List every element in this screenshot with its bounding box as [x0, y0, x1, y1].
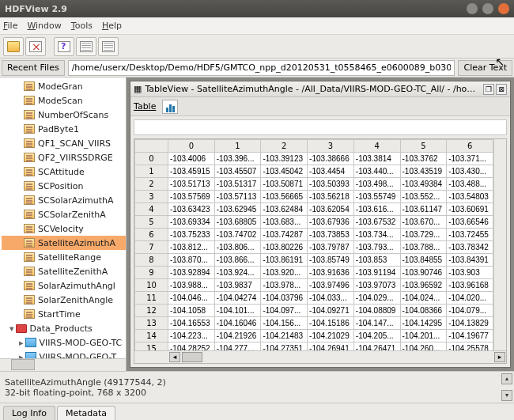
row-header[interactable]: 6 [135, 229, 168, 241]
scroll-thumb[interactable] [182, 352, 202, 362]
column-header[interactable]: 1 [214, 140, 261, 153]
data-cell[interactable]: -103.866... [214, 254, 261, 267]
open-file-button[interactable] [3, 37, 24, 56]
data-cell[interactable]: -103.62484 [261, 203, 308, 216]
status-scroll-down[interactable]: ▾ [501, 390, 512, 401]
data-cell[interactable]: -103.57113 [214, 191, 261, 203]
tab-metadata[interactable]: Metadata [57, 406, 115, 420]
help-button[interactable] [54, 37, 74, 56]
data-cell[interactable]: -103.440... [353, 165, 400, 178]
data-cell[interactable]: -103.3762 [400, 153, 447, 165]
column-header[interactable]: 4 [353, 140, 400, 153]
hdf4-button[interactable] [76, 37, 96, 56]
data-cell[interactable]: -104.029... [353, 292, 400, 305]
tableview-titlebar[interactable]: ▦ TableView - SatelliteAzimuthAngle - /A… [130, 81, 510, 97]
tree-dataset-item[interactable]: PadByte1 [2, 122, 126, 136]
tree-dataset-item[interactable]: SCVelocity [2, 221, 126, 236]
row-header[interactable]: 7 [135, 241, 168, 254]
row-header[interactable]: 0 [135, 153, 168, 165]
data-cell[interactable]: -103.670... [400, 216, 447, 229]
data-cell[interactable]: -103.74702 [214, 229, 261, 241]
table-menu[interactable]: Table [134, 101, 156, 112]
data-cell[interactable]: -103.62054 [308, 203, 354, 216]
tree-dataset-item[interactable]: SatelliteZenithA [2, 264, 126, 278]
tree-dataset-item[interactable]: ModeGran [2, 79, 126, 93]
menu-window[interactable]: Window [27, 21, 61, 31]
data-cell[interactable]: -103.870... [168, 254, 215, 267]
data-cell[interactable]: -103.729... [400, 229, 447, 241]
data-cell[interactable]: -103.903 [447, 267, 493, 279]
dataset-tree[interactable]: ModeGranModeScanNumberOfScansPadByte1QF1… [0, 78, 126, 358]
menu-help[interactable]: Help [102, 21, 122, 31]
data-cell[interactable]: -103.4454 [308, 165, 354, 178]
column-header[interactable]: 2 [261, 140, 308, 153]
column-header[interactable]: 3 [308, 140, 354, 153]
close-file-button[interactable] [25, 37, 46, 56]
tree-dataset-item[interactable]: StartTime [2, 307, 126, 321]
chart-button[interactable] [162, 100, 178, 114]
data-cell[interactable]: -104.101... [214, 305, 261, 317]
row-header[interactable]: 12 [135, 305, 168, 317]
data-cell[interactable]: -103.371... [447, 153, 493, 165]
data-cell[interactable]: -104.024... [400, 292, 447, 305]
data-cell[interactable]: -104.03796 [261, 292, 308, 305]
data-cell[interactable]: -103.96592 [400, 279, 447, 292]
data-cell[interactable]: -103.63423 [168, 203, 215, 216]
data-cell[interactable]: -104.1058 [168, 305, 215, 317]
scroll-left-arrow[interactable]: ◂ [169, 352, 180, 362]
data-cell[interactable]: -104.08809 [353, 305, 400, 317]
grid-hscrollbar[interactable]: ◂ ▸ [134, 350, 506, 363]
data-cell[interactable]: -103.97496 [308, 279, 354, 292]
data-cell[interactable]: -103.55749 [353, 191, 400, 203]
data-cell[interactable]: -103.96168 [447, 279, 493, 292]
inner-maximize-button[interactable]: ❐ [483, 84, 494, 95]
data-cell[interactable]: -104.14295 [400, 317, 447, 330]
data-cell[interactable]: -103.853 [353, 254, 400, 267]
data-cell[interactable]: -103.49384 [400, 178, 447, 191]
row-header[interactable]: 9 [135, 267, 168, 279]
data-cell[interactable]: -103.3814 [353, 153, 400, 165]
tree-group-item[interactable]: ▾Data_Products [2, 321, 126, 335]
tree-dataset-item[interactable]: SCSolarAzimuthA [2, 193, 126, 207]
column-header[interactable]: 5 [400, 140, 447, 153]
data-cell[interactable]: -103.430... [447, 165, 493, 178]
recent-files-button[interactable]: Recent Files [2, 60, 65, 76]
data-cell[interactable]: -103.734... [353, 229, 400, 241]
data-cell[interactable]: -103.4006 [168, 153, 215, 165]
tree-dataset-item[interactable]: SCSolarZenithA [2, 207, 126, 221]
data-cell[interactable]: -104.079... [447, 305, 493, 317]
data-cell[interactable]: -104.223... [168, 330, 215, 342]
data-cell[interactable]: -104.16553 [168, 317, 215, 330]
data-cell[interactable]: -104.25578 [447, 342, 493, 351]
data-cell[interactable]: -103.75233 [168, 229, 215, 241]
data-cell[interactable]: -104.27351 [261, 342, 308, 351]
row-header[interactable]: 8 [135, 254, 168, 267]
data-cell[interactable]: -104.020... [447, 292, 493, 305]
data-cell[interactable]: -104.19677 [447, 330, 493, 342]
row-header[interactable]: 1 [135, 165, 168, 178]
status-scroll-up[interactable]: ▴ [501, 373, 512, 384]
data-cell[interactable]: -103.56218 [308, 191, 354, 203]
data-cell[interactable]: -103.552... [400, 191, 447, 203]
data-cell[interactable]: -103.69334 [168, 216, 215, 229]
inner-close-button[interactable]: ⊠ [496, 84, 507, 95]
data-cell[interactable]: -103.80226 [261, 241, 308, 254]
row-header[interactable]: 11 [135, 292, 168, 305]
cell-value-field[interactable] [134, 119, 507, 135]
data-cell[interactable]: -104.033... [308, 292, 354, 305]
tree-dataset-item[interactable]: QF2_VIIRSSDRGE [2, 150, 126, 165]
row-header[interactable]: 13 [135, 317, 168, 330]
data-cell[interactable]: -103.978... [261, 279, 308, 292]
data-cell[interactable]: -104.09271 [308, 305, 354, 317]
row-header[interactable]: 5 [135, 216, 168, 229]
data-cell[interactable]: -103.788... [400, 241, 447, 254]
data-cell[interactable]: -103.57569 [168, 191, 215, 203]
data-cell[interactable]: -103.90746 [400, 267, 447, 279]
menu-file[interactable]: File [3, 21, 17, 31]
data-grid[interactable]: 01234560-103.4006-103.396...-103.39123-1… [134, 139, 493, 350]
data-cell[interactable]: -104.16046 [214, 317, 261, 330]
data-cell[interactable]: -103.806... [214, 241, 261, 254]
data-cell[interactable]: -103.86191 [261, 254, 308, 267]
data-cell[interactable]: -103.67532 [353, 216, 400, 229]
data-cell[interactable]: -103.38666 [308, 153, 354, 165]
